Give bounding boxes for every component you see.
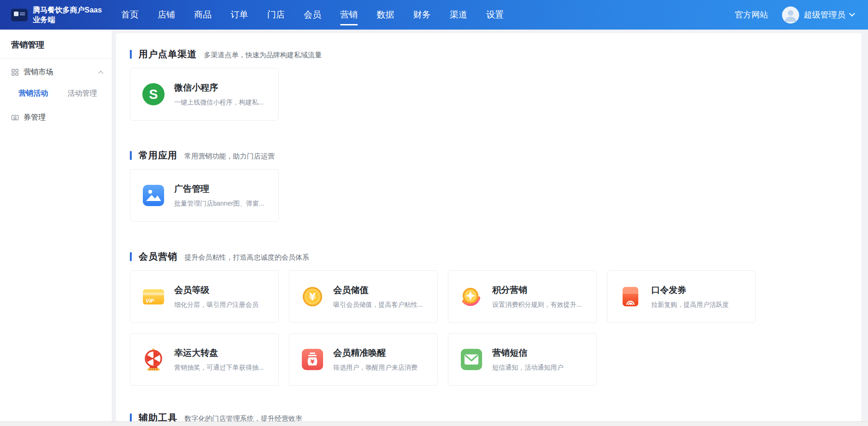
section-title: 常用应用 [139, 149, 177, 162]
section-auxiliary-tools: 辅助工具 数字化的门店管理系统，提升经营效率 [130, 412, 862, 421]
app-logo[interactable]: 腾马餐饮多商户Saas业务端 [0, 5, 115, 24]
section-subtitle: 数字化的门店管理系统，提升经营效率 [184, 414, 302, 421]
ad-image-icon [141, 183, 165, 207]
card-title: 口令发券 [651, 284, 729, 296]
card-member-awaken[interactable]: ¥ 会员精准唤醒 筛选用户，唤醒用户来店消费 [289, 333, 438, 386]
nav-item-channels[interactable]: 渠道 [450, 0, 467, 30]
nav-item-data[interactable]: 数据 [377, 0, 394, 30]
card-desc: 短信通知，活动通知用户 [492, 364, 563, 372]
wechat-miniprogram-icon: S [141, 82, 165, 106]
card-desc: 批量管理门店banner图、弹窗... [174, 200, 264, 208]
section-accent-bar [130, 414, 132, 421]
card-desc: 一键上线微信小程序，构建私... [174, 98, 264, 107]
red-envelope-icon [618, 285, 642, 309]
user-name: 超级管理员 [804, 9, 845, 20]
card-title: 会员储值 [333, 284, 423, 296]
official-website-link[interactable]: 官方网站 [735, 9, 768, 20]
nav-item-settings[interactable]: 设置 [486, 0, 504, 30]
svg-text:¥: ¥ [310, 358, 314, 365]
grid-icon [11, 68, 19, 76]
ticket-icon [11, 114, 19, 122]
card-member-level[interactable]: VIP 会员等级 细化分层，吸引用户注册会员 [130, 270, 279, 323]
card-title: 营销短信 [492, 347, 563, 359]
lucky-wheel-icon [141, 347, 165, 371]
card-desc: 拉新复购，提高用户活跃度 [651, 301, 729, 309]
member-awaken-icon: ¥ [300, 347, 324, 371]
sidebar-item-label: 券管理 [24, 113, 46, 122]
avatar [782, 6, 799, 24]
section-accent-bar [130, 151, 132, 160]
sidebar-item-coupon-management[interactable]: 券管理 [0, 103, 112, 126]
nav-item-goods[interactable]: 商品 [194, 0, 212, 30]
sidebar-item-activity-management[interactable]: 活动管理 [67, 89, 97, 98]
card-title: 广告管理 [174, 183, 264, 195]
sidebar: 营销管理 营销市场 营销活动 活动管理 券管理 [0, 30, 112, 421]
card-title: 积分营销 [492, 284, 582, 296]
card-desc: 细化分层，吸引用户注册会员 [174, 301, 258, 309]
sidebar-submenu: 营销活动 活动管理 [0, 81, 112, 103]
topbar: 腾马餐饮多商户Saas业务端 首页 店铺 商品 订单 门店 会员 营销 数据 财… [0, 0, 868, 30]
coin-yuan-icon: ¥ [300, 285, 324, 309]
card-password-coupon[interactable]: 口令发券 拉新复购，提高用户活跃度 [607, 270, 756, 323]
sidebar-item-marketing-activity[interactable]: 营销活动 [18, 89, 48, 98]
section-member-marketing: 会员营销 提升会员粘性，打造高忠诚度的会员体系 VIP 会员等级 细化分层，吸引… [130, 250, 862, 386]
nav-item-finance[interactable]: 财务 [413, 0, 431, 30]
sms-mail-icon [459, 347, 483, 371]
card-wechat-miniprogram[interactable]: S 微信小程序 一键上线微信小程序，构建私... [130, 68, 279, 121]
card-desc: 筛选用户，唤醒用户来店消费 [333, 364, 417, 372]
topbar-right: 官方网站 超级管理员 [735, 6, 868, 24]
section-title: 会员营销 [139, 250, 177, 263]
chevron-down-icon [849, 11, 855, 17]
nav-item-shop[interactable]: 店铺 [158, 0, 175, 30]
app-title: 腾马餐饮多商户Saas业务端 [33, 5, 108, 24]
nav-item-members[interactable]: 会员 [304, 0, 321, 30]
horizontal-scrollbar[interactable] [0, 421, 868, 426]
section-subtitle: 常用营销功能，助力门店运营 [184, 152, 275, 161]
content-panel: 用户点单渠道 多渠道点单，快速为品牌构建私域流量 S 微信小程序 一键上线微信小… [116, 33, 862, 421]
logo-icon [11, 9, 28, 21]
section-common-apps: 常用应用 常用营销功能，助力门店运营 广告管理 批量管理门店banner图、弹窗… [130, 149, 862, 222]
section-subtitle: 多渠道点单，快速为品牌构建私域流量 [204, 51, 322, 60]
svg-text:VIP: VIP [146, 298, 154, 304]
main-area: 用户点单渠道 多渠道点单，快速为品牌构建私域流量 S 微信小程序 一键上线微信小… [112, 30, 868, 421]
person-icon [782, 6, 799, 24]
sidebar-item-marketing-market[interactable]: 营销市场 [0, 59, 112, 81]
card-desc: 设置消费积分规则，有效提升... [492, 301, 582, 309]
card-title: 会员精准唤醒 [333, 347, 417, 359]
points-coin-icon [459, 285, 483, 309]
section-order-channels: 用户点单渠道 多渠道点单，快速为品牌构建私域流量 S 微信小程序 一键上线微信小… [130, 48, 862, 121]
section-accent-bar [130, 50, 132, 59]
card-desc: 营销抽奖，可通过下单获得抽... [174, 364, 264, 372]
nav-item-home[interactable]: 首页 [121, 0, 139, 30]
card-ad-management[interactable]: 广告管理 批量管理门店banner图、弹窗... [130, 169, 279, 222]
card-points-marketing[interactable]: 积分营销 设置消费积分规则，有效提升... [448, 270, 597, 323]
card-lucky-wheel[interactable]: 幸运大转盘 营销抽奖，可通过下单获得抽... [130, 333, 279, 386]
top-nav: 首页 店铺 商品 订单 门店 会员 营销 数据 财务 渠道 设置 [121, 0, 504, 30]
card-title: 幸运大转盘 [174, 347, 264, 359]
svg-text:S: S [149, 87, 158, 102]
sidebar-item-label: 营销市场 [24, 67, 53, 77]
card-marketing-sms[interactable]: 营销短信 短信通知，活动通知用户 [448, 333, 597, 386]
vip-card-icon: VIP [141, 285, 165, 309]
sidebar-title: 营销管理 [0, 30, 112, 58]
card-title: 会员等级 [174, 284, 258, 296]
chevron-up-icon [98, 71, 103, 76]
card-desc: 吸引会员储值，提高客户粘性... [333, 301, 423, 309]
nav-item-orders[interactable]: 订单 [231, 0, 248, 30]
card-title: 微信小程序 [174, 82, 264, 94]
section-accent-bar [130, 252, 132, 261]
section-subtitle: 提升会员粘性，打造高忠诚度的会员体系 [184, 253, 309, 262]
section-title: 辅助工具 [139, 412, 177, 421]
svg-text:¥: ¥ [309, 292, 316, 303]
nav-item-stores[interactable]: 门店 [267, 0, 285, 30]
card-member-stored-value[interactable]: ¥ 会员储值 吸引会员储值，提高客户粘性... [289, 270, 438, 323]
section-title: 用户点单渠道 [139, 48, 197, 61]
nav-item-marketing[interactable]: 营销 [340, 0, 358, 30]
user-menu[interactable]: 超级管理员 [782, 6, 854, 24]
